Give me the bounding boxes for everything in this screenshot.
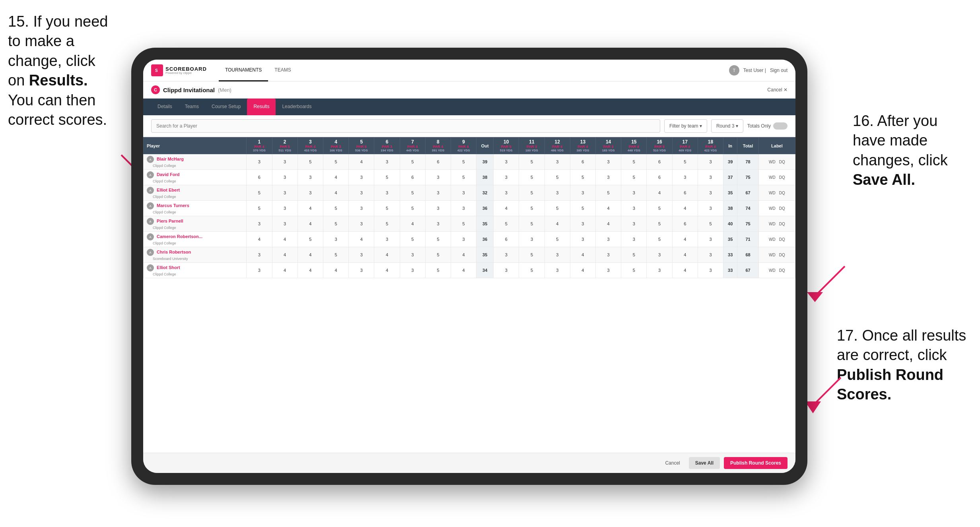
hole-9-score[interactable]: 3 <box>451 185 476 201</box>
hole-5-score[interactable]: 3 <box>349 216 374 232</box>
hole-4-score[interactable]: 3 <box>323 232 348 247</box>
hole-15-score[interactable]: 5 <box>621 247 647 263</box>
hole-4-score[interactable]: 4 <box>323 185 348 201</box>
hole-11-score[interactable]: 5 <box>519 201 544 216</box>
wd-label[interactable]: WD <box>768 221 777 227</box>
dq-label[interactable]: DQ <box>778 237 786 242</box>
dq-label[interactable]: DQ <box>778 252 786 258</box>
hole-12-score[interactable]: 3 <box>544 263 570 278</box>
hole-16-score[interactable]: 4 <box>647 185 672 201</box>
hole-1-score[interactable]: 3 <box>247 216 272 232</box>
hole-8-score[interactable]: 3 <box>425 216 451 232</box>
hole-2-score[interactable]: 3 <box>272 216 298 232</box>
hole-7-score[interactable]: 6 <box>400 170 425 185</box>
nav-teams[interactable]: TEAMS <box>268 60 297 81</box>
hole-8-score[interactable]: 5 <box>425 247 451 263</box>
hole-9-score[interactable]: 3 <box>451 232 476 247</box>
hole-14-score[interactable]: 5 <box>596 185 621 201</box>
hole-10-score[interactable]: 3 <box>494 154 519 170</box>
hole-13-score[interactable]: 4 <box>570 263 595 278</box>
dq-label[interactable]: DQ <box>778 190 786 196</box>
hole-1-score[interactable]: 5 <box>247 201 272 216</box>
wd-label[interactable]: WD <box>768 237 777 242</box>
hole-17-score[interactable]: 3 <box>672 170 698 185</box>
cancel-tournament-button[interactable]: Cancel ✕ <box>767 87 788 93</box>
hole-9-score[interactable]: 3 <box>451 201 476 216</box>
wd-label[interactable]: WD <box>768 268 777 273</box>
hole-9-score[interactable]: 5 <box>451 154 476 170</box>
wd-label[interactable]: WD <box>768 175 777 180</box>
hole-2-score[interactable]: 4 <box>272 232 298 247</box>
hole-7-score[interactable]: 4 <box>400 216 425 232</box>
hole-3-score[interactable]: 5 <box>298 154 323 170</box>
search-input[interactable] <box>151 119 660 133</box>
hole-8-score[interactable]: 3 <box>425 170 451 185</box>
hole-16-score[interactable]: 5 <box>647 201 672 216</box>
hole-7-score[interactable]: 5 <box>400 201 425 216</box>
hole-6-score[interactable]: 3 <box>374 185 400 201</box>
hole-17-score[interactable]: 6 <box>672 185 698 201</box>
hole-18-score[interactable]: 3 <box>698 247 723 263</box>
hole-12-score[interactable]: 3 <box>544 247 570 263</box>
hole-18-score[interactable]: 3 <box>698 201 723 216</box>
hole-7-score[interactable]: 5 <box>400 154 425 170</box>
cancel-button[interactable]: Cancel <box>660 457 684 469</box>
hole-15-score[interactable]: 5 <box>621 154 647 170</box>
hole-13-score[interactable]: 3 <box>570 216 595 232</box>
round-selector-button[interactable]: Round 3 ▾ <box>711 119 743 133</box>
hole-13-score[interactable]: 5 <box>570 170 595 185</box>
tab-course-setup[interactable]: Course Setup <box>205 99 247 115</box>
hole-5-score[interactable]: 4 <box>349 232 374 247</box>
hole-6-score[interactable]: 5 <box>374 170 400 185</box>
filter-by-team-button[interactable]: Filter by team ▾ <box>664 119 707 133</box>
hole-11-score[interactable]: 5 <box>519 247 544 263</box>
hole-18-score[interactable]: 3 <box>698 170 723 185</box>
hole-2-score[interactable]: 3 <box>272 154 298 170</box>
hole-8-score[interactable]: 3 <box>425 185 451 201</box>
hole-16-score[interactable]: 6 <box>647 170 672 185</box>
hole-5-score[interactable]: 3 <box>349 263 374 278</box>
hole-12-score[interactable]: 3 <box>544 154 570 170</box>
hole-14-score[interactable]: 3 <box>596 154 621 170</box>
hole-13-score[interactable]: 4 <box>570 247 595 263</box>
hole-16-score[interactable]: 5 <box>647 232 672 247</box>
dq-label[interactable]: DQ <box>778 268 786 273</box>
hole-15-score[interactable]: 3 <box>621 216 647 232</box>
hole-17-score[interactable]: 4 <box>672 232 698 247</box>
hole-1-score[interactable]: 3 <box>247 263 272 278</box>
hole-6-score[interactable]: 5 <box>374 216 400 232</box>
hole-1-score[interactable]: 6 <box>247 170 272 185</box>
hole-2-score[interactable]: 4 <box>272 263 298 278</box>
hole-14-score[interactable]: 3 <box>596 170 621 185</box>
nav-tournaments[interactable]: TOURNAMENTS <box>219 60 268 81</box>
sign-out-link[interactable]: Sign out <box>770 68 788 73</box>
tab-results[interactable]: Results <box>247 99 276 115</box>
hole-4-score[interactable]: 5 <box>323 216 348 232</box>
hole-15-score[interactable]: 3 <box>621 201 647 216</box>
hole-8-score[interactable]: 6 <box>425 154 451 170</box>
tab-details[interactable]: Details <box>151 99 179 115</box>
hole-13-score[interactable]: 5 <box>570 201 595 216</box>
hole-17-score[interactable]: 4 <box>672 201 698 216</box>
hole-12-score[interactable]: 5 <box>544 170 570 185</box>
hole-5-score[interactable]: 3 <box>349 170 374 185</box>
hole-3-score[interactable]: 3 <box>298 185 323 201</box>
hole-4-score[interactable]: 4 <box>323 170 348 185</box>
hole-12-score[interactable]: 5 <box>544 201 570 216</box>
hole-5-score[interactable]: 3 <box>349 247 374 263</box>
wd-label[interactable]: WD <box>768 159 777 165</box>
hole-15-score[interactable]: 5 <box>621 263 647 278</box>
scorecard-wrapper[interactable]: Player 1PAR 4370 YDS 2PAR 5511 YDS 3PAR … <box>143 137 795 453</box>
hole-16-score[interactable]: 6 <box>647 154 672 170</box>
hole-3-score[interactable]: 4 <box>298 247 323 263</box>
hole-9-score[interactable]: 4 <box>451 263 476 278</box>
hole-4-score[interactable]: 5 <box>323 247 348 263</box>
hole-1-score[interactable]: 3 <box>247 247 272 263</box>
hole-6-score[interactable]: 5 <box>374 201 400 216</box>
hole-16-score[interactable]: 5 <box>647 216 672 232</box>
hole-3-score[interactable]: 4 <box>298 201 323 216</box>
hole-18-score[interactable]: 3 <box>698 232 723 247</box>
hole-12-score[interactable]: 3 <box>544 185 570 201</box>
hole-12-score[interactable]: 4 <box>544 216 570 232</box>
hole-10-score[interactable]: 3 <box>494 247 519 263</box>
